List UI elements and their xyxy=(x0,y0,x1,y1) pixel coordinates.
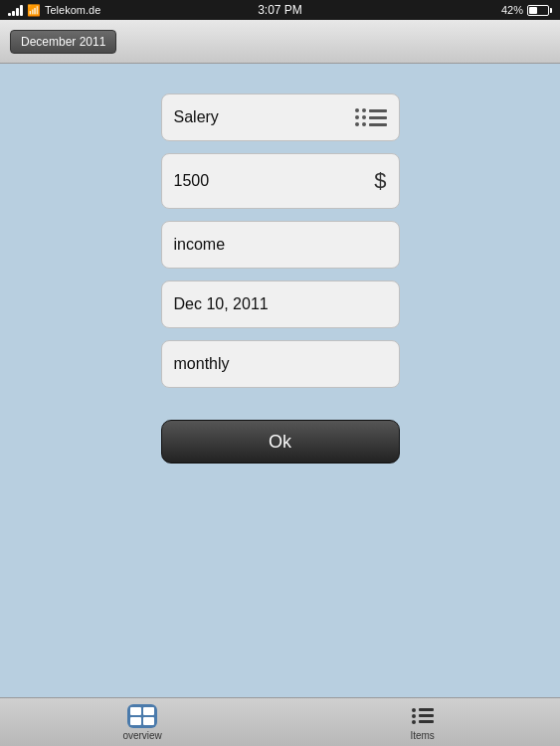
tab-overview-label: overview xyxy=(122,730,161,741)
items-icon xyxy=(412,708,434,724)
tab-items-label: Items xyxy=(410,730,434,741)
tab-overview[interactable]: overview xyxy=(102,700,181,745)
nav-title: December 2011 xyxy=(10,30,116,54)
list-icon xyxy=(355,108,387,126)
recurrence-value: monthly xyxy=(174,355,230,373)
signal-icon xyxy=(8,4,23,16)
category-field[interactable]: income xyxy=(161,221,400,269)
date-field[interactable]: Dec 10, 2011 xyxy=(161,280,400,328)
status-left: 📶 Telekom.de xyxy=(8,4,100,17)
tab-items[interactable]: Items xyxy=(388,700,458,745)
nav-bar: December 2011 xyxy=(0,20,560,64)
battery-icon xyxy=(527,5,552,16)
items-icon-box xyxy=(408,704,438,728)
amount-field[interactable]: 1500 $ xyxy=(161,153,400,209)
name-field[interactable]: Salery xyxy=(161,93,400,141)
ok-button[interactable]: Ok xyxy=(161,420,400,464)
content-area: Salery 1500 $ income xyxy=(0,64,560,697)
wifi-icon: 📶 xyxy=(27,4,41,17)
carrier-label: Telekom.de xyxy=(45,4,100,16)
recurrence-field[interactable]: monthly xyxy=(161,340,400,388)
status-right: 42% xyxy=(501,4,552,16)
currency-symbol: $ xyxy=(374,168,386,194)
date-value: Dec 10, 2011 xyxy=(174,295,269,313)
status-bar: 📶 Telekom.de 3:07 PM 42% xyxy=(0,0,560,20)
battery-percent: 42% xyxy=(501,4,523,16)
category-value: income xyxy=(174,236,226,254)
tab-bar: overview Items xyxy=(0,697,560,746)
name-value: Salery xyxy=(174,108,219,126)
status-time: 3:07 PM xyxy=(258,3,302,17)
overview-icon-box xyxy=(127,704,157,728)
overview-icon xyxy=(130,707,154,725)
amount-value: 1500 xyxy=(174,172,210,190)
